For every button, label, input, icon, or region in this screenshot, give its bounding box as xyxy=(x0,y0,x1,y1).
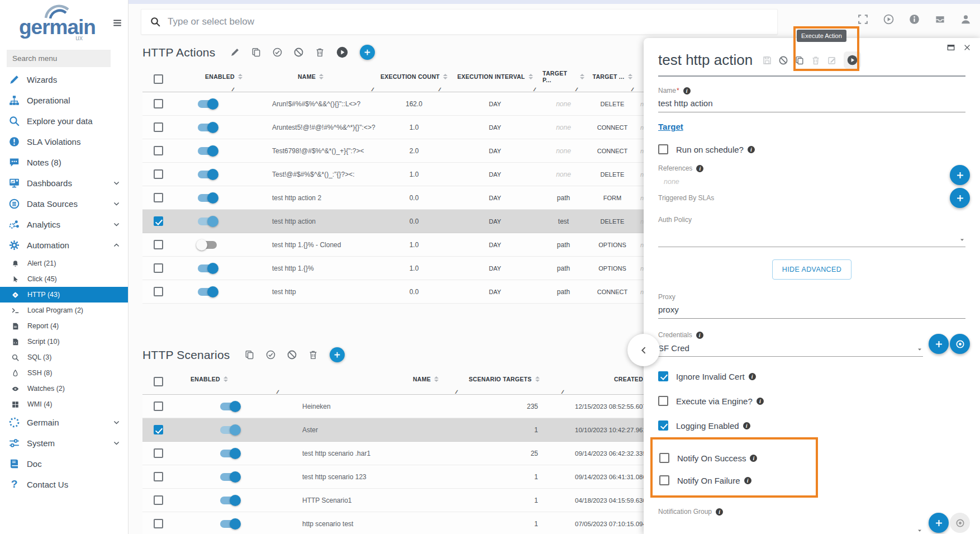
row-checkbox[interactable] xyxy=(154,240,163,249)
row-checkbox[interactable] xyxy=(154,425,163,434)
sidebar-item[interactable]: Explore your data xyxy=(0,111,128,131)
edit-square-icon[interactable] xyxy=(827,56,836,65)
sidebar-subitem[interactable]: WMI (4) xyxy=(0,396,128,412)
sidebar-subitem[interactable]: Script (10) xyxy=(0,334,128,349)
column-header[interactable]: ENABLED ∕∕ xyxy=(174,369,286,394)
select-all-checkbox[interactable] xyxy=(154,74,163,84)
enabled-toggle[interactable] xyxy=(198,241,217,249)
enabled-toggle[interactable] xyxy=(198,147,217,155)
plus-icon[interactable] xyxy=(360,45,375,60)
column-resize-handle[interactable]: ∕∕ xyxy=(576,87,577,92)
enabled-toggle[interactable] xyxy=(198,124,217,131)
view-notification-group-button[interactable] xyxy=(950,513,970,533)
column-resize-handle[interactable]: ∕∕ xyxy=(456,389,456,395)
copy-icon[interactable] xyxy=(795,56,804,65)
credentials-select[interactable]: SF Cred xyxy=(658,342,923,357)
column-header[interactable]: EXECUTION INTERVAL ∕∕ xyxy=(448,67,543,92)
sidebar-item[interactable]: Germain xyxy=(0,412,128,433)
play-icon[interactable] xyxy=(336,46,348,58)
menu-toggle-icon[interactable] xyxy=(112,18,122,28)
column-resize-handle[interactable]: ∕∕ xyxy=(277,389,278,395)
sidebar-item[interactable]: Dashboards xyxy=(0,173,128,193)
person-icon[interactable] xyxy=(960,14,971,25)
checkbox[interactable] xyxy=(658,371,668,381)
trash-icon[interactable] xyxy=(308,350,318,360)
row-checkbox[interactable] xyxy=(154,287,163,296)
column-resize-handle[interactable]: ∕∕ xyxy=(534,87,535,92)
row-checkbox[interactable] xyxy=(154,99,163,108)
enabled-toggle[interactable] xyxy=(198,194,217,202)
enabled-toggle[interactable] xyxy=(220,450,239,457)
close-icon[interactable] xyxy=(963,44,971,51)
block-icon[interactable] xyxy=(779,56,788,65)
notify-on-failure-checkbox[interactable]: Notify On Failure xyxy=(659,475,809,485)
checkbox[interactable] xyxy=(658,144,668,154)
trash-icon[interactable] xyxy=(811,56,820,65)
enabled-toggle[interactable] xyxy=(198,264,217,272)
pencil-icon[interactable] xyxy=(230,48,240,57)
enabled-toggle[interactable] xyxy=(198,218,217,225)
enabled-toggle[interactable] xyxy=(198,288,217,296)
copy-icon[interactable] xyxy=(245,350,254,360)
block-icon[interactable] xyxy=(294,48,303,57)
row-checkbox[interactable] xyxy=(154,122,163,132)
sort-icon[interactable] xyxy=(223,376,228,382)
row-checkbox[interactable] xyxy=(154,519,163,528)
sidebar-item[interactable]: System xyxy=(0,433,128,453)
column-header[interactable]: TARGET ... ∕∕ xyxy=(584,67,640,92)
auth-policy-select[interactable] xyxy=(658,233,965,247)
column-header[interactable]: EXECUTION COUNT ∕∕ xyxy=(380,67,448,92)
sidebar-item[interactable]: Automation xyxy=(0,235,128,256)
column-resize-handle[interactable]: ∕∕ xyxy=(372,87,373,92)
play-icon[interactable] xyxy=(844,51,861,69)
row-checkbox[interactable] xyxy=(154,448,163,458)
sidebar-item[interactable]: ? Contact Us xyxy=(0,474,128,495)
sidebar-item[interactable]: SLA Violations xyxy=(0,131,128,152)
name-field[interactable]: test http action xyxy=(658,98,965,112)
sort-icon[interactable] xyxy=(319,74,324,79)
row-checkbox[interactable] xyxy=(154,193,163,202)
sidebar-item[interactable]: Operational xyxy=(0,90,128,111)
logging-enabled-checkbox[interactable]: Logging Enabled xyxy=(658,420,965,431)
column-resize-handle[interactable]: ∕∕ xyxy=(439,87,440,92)
copy-icon[interactable] xyxy=(251,48,261,57)
checkbox[interactable] xyxy=(659,475,669,485)
enabled-toggle[interactable] xyxy=(220,497,239,504)
sort-icon[interactable] xyxy=(434,376,439,382)
inbox-icon[interactable] xyxy=(935,14,945,25)
fullscreen-icon[interactable] xyxy=(858,14,868,25)
row-checkbox[interactable] xyxy=(154,263,163,273)
column-header[interactable]: ENABLED ∕∕ xyxy=(174,67,241,92)
column-header[interactable]: TARGET P... ∕∕ xyxy=(543,67,584,92)
row-checkbox[interactable] xyxy=(154,401,163,411)
sidebar-search-input[interactable] xyxy=(7,50,111,67)
plus-icon[interactable] xyxy=(330,347,345,362)
checkbox[interactable] xyxy=(658,396,668,406)
column-resize-handle[interactable]: ∕∕ xyxy=(562,389,563,395)
row-checkbox[interactable] xyxy=(154,169,163,179)
notification-group-select[interactable] xyxy=(658,523,923,534)
add-reference-button[interactable] xyxy=(950,165,970,185)
enabled-toggle[interactable] xyxy=(220,473,239,481)
sidebar-subitem[interactable]: SSH (8) xyxy=(0,365,128,381)
enabled-toggle[interactable] xyxy=(220,403,239,410)
collapse-panel-button[interactable] xyxy=(627,334,660,366)
restore-window-icon[interactable] xyxy=(947,44,955,51)
sidebar-item[interactable]: Wizards xyxy=(0,69,128,90)
sidebar-subitem[interactable]: Report (4) xyxy=(0,318,128,334)
target-link[interactable]: Target xyxy=(658,122,683,131)
save-icon[interactable] xyxy=(763,56,772,65)
column-header[interactable]: NAME ∕∕ xyxy=(241,67,380,92)
enabled-toggle[interactable] xyxy=(220,520,239,528)
sort-icon[interactable] xyxy=(535,376,540,382)
sidebar-subitem[interactable]: HTTP (43) xyxy=(0,287,128,303)
trash-icon[interactable] xyxy=(315,48,325,57)
row-checkbox[interactable] xyxy=(154,216,163,226)
sidebar-subitem[interactable]: Watches (2) xyxy=(0,381,128,396)
sidebar-item[interactable]: Notes (8) xyxy=(0,152,128,173)
sidebar-item[interactable]: Doc xyxy=(0,453,128,474)
execute-via-engine-checkbox[interactable]: Execute via Engine? xyxy=(658,396,965,406)
sort-icon[interactable] xyxy=(443,74,448,79)
sidebar-subitem[interactable]: Alert (21) xyxy=(0,256,128,271)
column-header[interactable]: SCENARIO TARGETS ∕∕ xyxy=(464,369,570,394)
